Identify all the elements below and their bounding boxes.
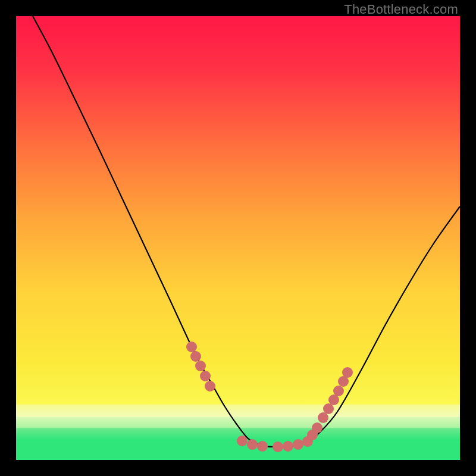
- highlight-marker: [323, 403, 334, 414]
- highlight-marker: [293, 439, 303, 450]
- highlight-marker: [342, 367, 353, 378]
- watermark-text: TheBottleneck.com: [344, 2, 458, 17]
- highlight-marker: [205, 381, 215, 392]
- highlight-marker: [195, 361, 206, 371]
- highlight-markers-group: [186, 342, 353, 452]
- highlight-marker: [247, 439, 258, 450]
- highlight-marker: [283, 441, 293, 452]
- highlight-marker: [273, 441, 283, 452]
- highlight-marker: [190, 351, 201, 362]
- highlight-marker: [237, 436, 248, 446]
- highlight-marker: [200, 371, 211, 381]
- chart-svg: [16, 16, 460, 460]
- highlight-marker: [318, 412, 328, 423]
- highlight-marker: [312, 422, 322, 433]
- highlight-marker: [257, 441, 268, 452]
- highlight-marker: [333, 386, 344, 396]
- chart-frame: [16, 16, 460, 460]
- highlight-marker: [186, 342, 197, 352]
- bottleneck-curve-path: [33, 16, 460, 447]
